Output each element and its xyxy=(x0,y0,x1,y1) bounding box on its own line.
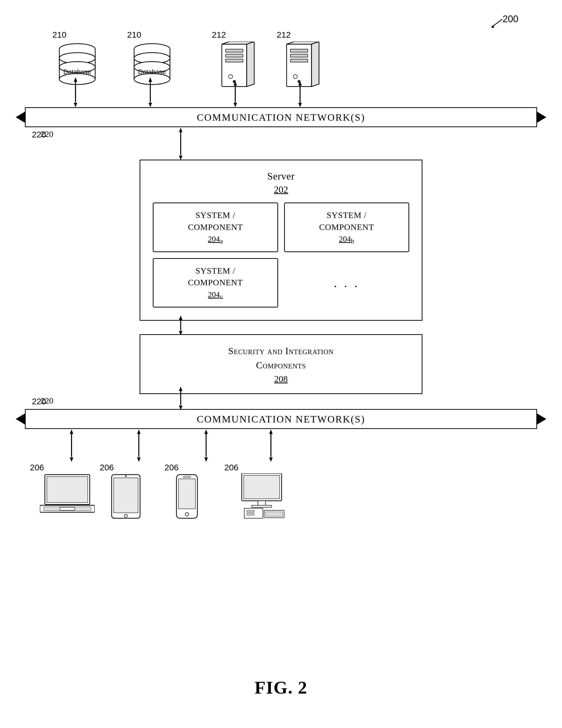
svg-marker-55 xyxy=(70,429,73,434)
arrow-security-to-net2 xyxy=(179,387,183,410)
server-box: Server 202 System /Component 204a System… xyxy=(140,160,422,321)
svg-rect-29 xyxy=(290,49,308,52)
ref-label-laptop: 206 xyxy=(30,463,44,472)
ref-label-db2: 210 xyxy=(127,30,141,40)
security-box-ref: 208 xyxy=(153,374,409,384)
component-204c-label: System /Component xyxy=(188,266,243,287)
arrow-net-to-server xyxy=(179,128,183,160)
server-title: Server xyxy=(153,170,409,182)
device-tablet: 206 xyxy=(110,463,142,520)
svg-rect-83 xyxy=(252,505,272,507)
arrow-net2-to-tablet xyxy=(137,429,141,462)
svg-rect-88 xyxy=(266,512,282,516)
component-204a: System /Component 204a xyxy=(153,203,278,252)
svg-rect-35 xyxy=(75,81,76,102)
svg-rect-41 xyxy=(235,85,236,103)
svg-rect-86 xyxy=(247,513,254,515)
svg-rect-77 xyxy=(179,479,196,509)
ref-220-top: 220 xyxy=(32,130,46,139)
svg-rect-23 xyxy=(226,59,243,62)
svg-marker-52 xyxy=(179,387,183,391)
security-box-label: Security and IntegrationComponents xyxy=(228,346,334,370)
svg-rect-53 xyxy=(180,391,181,405)
svg-rect-22 xyxy=(226,54,243,57)
device-database-1: 210 Database xyxy=(57,30,97,88)
svg-marker-66 xyxy=(269,457,273,462)
svg-rect-62 xyxy=(206,433,207,457)
svg-marker-40 xyxy=(234,81,237,86)
svg-text:Database: Database xyxy=(63,68,91,76)
svg-rect-21 xyxy=(226,49,243,52)
svg-marker-43 xyxy=(298,81,302,86)
ref-label-desktop: 206 xyxy=(224,463,239,472)
svg-rect-73 xyxy=(114,478,138,513)
svg-rect-31 xyxy=(290,59,308,62)
comm-network-top-label: Communication Network(s) xyxy=(197,111,365,123)
svg-rect-78 xyxy=(183,476,191,478)
component-204b-ref: 204b xyxy=(291,234,403,245)
component-204a-label: System /Component xyxy=(188,210,243,232)
device-phone: 206 xyxy=(175,463,199,520)
ref-label-phone: 206 xyxy=(165,463,179,472)
diagram-container: 200 210 Database 210 xyxy=(0,0,562,728)
arrow-srv2-to-net xyxy=(298,81,302,107)
security-box: Security and IntegrationComponents 208 xyxy=(140,334,422,394)
comm-network-bottom-label: Communication Network(s) xyxy=(197,413,365,425)
svg-rect-38 xyxy=(150,81,151,102)
svg-marker-60 xyxy=(137,457,141,462)
comm-network-top: Communication Network(s) 220 xyxy=(25,107,537,127)
arrow-db2-to-net xyxy=(149,77,152,107)
device-desktop: 206 xyxy=(234,463,289,520)
arrow-net2-to-desktop xyxy=(269,429,273,462)
svg-rect-44 xyxy=(299,85,300,103)
svg-marker-20 xyxy=(247,42,254,87)
figure-label: FIG. 2 xyxy=(255,677,307,698)
arrow-net2-to-phone xyxy=(204,429,208,462)
svg-marker-36 xyxy=(74,103,77,107)
svg-marker-61 xyxy=(204,429,208,434)
component-204c-ref: 204c xyxy=(160,290,272,301)
svg-marker-58 xyxy=(137,429,141,434)
ref-label-srv1: 212 xyxy=(212,30,226,40)
svg-rect-71 xyxy=(60,507,75,510)
svg-marker-57 xyxy=(70,457,73,462)
svg-rect-85 xyxy=(247,510,254,512)
arrow-db1-to-net xyxy=(74,77,77,107)
component-204b: System /Component 204b xyxy=(284,203,409,252)
arrow-net2-to-laptop xyxy=(70,429,73,462)
svg-rect-50 xyxy=(180,319,181,330)
svg-marker-39 xyxy=(149,103,152,107)
ref-label-tablet: 206 xyxy=(100,463,114,472)
svg-line-0 xyxy=(492,19,502,27)
svg-marker-45 xyxy=(298,103,302,107)
component-ellipsis: . . . xyxy=(284,258,409,308)
svg-marker-28 xyxy=(311,42,319,87)
arrow-srv1-to-net xyxy=(234,81,237,107)
svg-marker-34 xyxy=(74,77,77,82)
ref-200-arrow xyxy=(490,18,505,28)
component-204a-ref: 204a xyxy=(160,234,272,245)
arrow-server-to-security xyxy=(179,315,183,335)
svg-marker-49 xyxy=(179,315,183,320)
server-ref: 202 xyxy=(153,184,409,195)
svg-rect-81 xyxy=(244,475,280,499)
svg-marker-46 xyxy=(179,128,183,132)
svg-rect-59 xyxy=(138,433,139,457)
device-laptop: 206 xyxy=(40,463,95,516)
svg-rect-65 xyxy=(271,433,272,457)
ref-220-bottom: 220 xyxy=(32,397,46,406)
ref-label-srv2: 212 xyxy=(277,30,291,40)
svg-marker-63 xyxy=(204,457,208,462)
svg-rect-30 xyxy=(290,54,308,57)
components-grid: System /Component 204a System /Component… xyxy=(153,203,409,308)
svg-rect-47 xyxy=(180,132,181,155)
svg-text:Database: Database xyxy=(138,68,166,76)
svg-marker-42 xyxy=(234,103,237,107)
svg-rect-68 xyxy=(47,477,88,503)
svg-point-75 xyxy=(125,475,127,477)
component-204b-label: System /Component xyxy=(319,210,374,232)
comm-network-bottom: Communication Network(s) 220 xyxy=(25,409,537,429)
svg-marker-64 xyxy=(269,429,273,434)
component-204c: System /Component 204c xyxy=(153,258,278,308)
svg-marker-37 xyxy=(149,77,152,82)
